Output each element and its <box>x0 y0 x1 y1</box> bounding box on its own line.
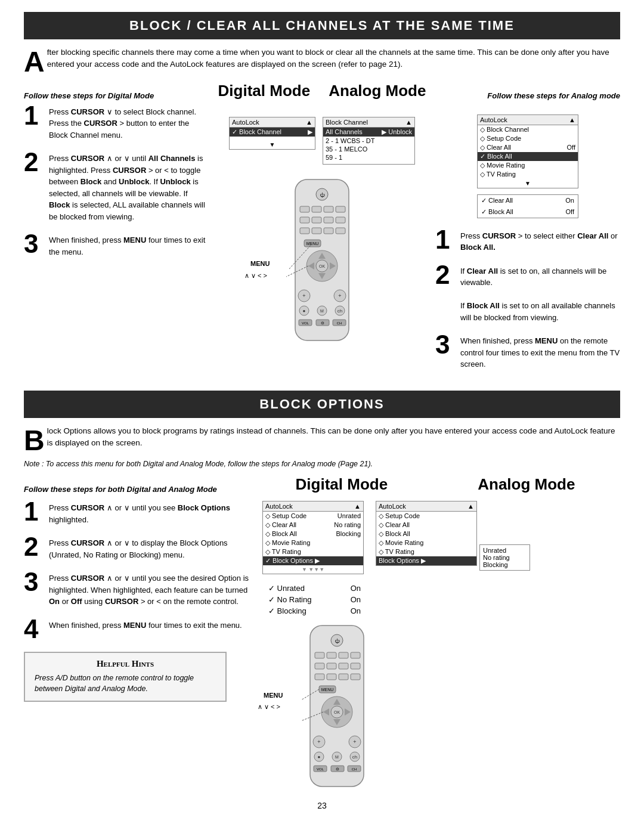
svg-text:ch: ch <box>338 308 342 314</box>
svg-rect-8 <box>312 217 321 223</box>
block-opts-step-2: 2 Press CURSOR ∧ or ∨ to display the Blo… <box>24 534 250 561</box>
digital-steps-col: 1 Press CURSOR ∨ to select Block channel… <box>24 103 209 379</box>
section1-dropcap: A <box>24 48 45 76</box>
svg-rect-13 <box>324 228 333 234</box>
digital-screen-1: AutoLock▲ ✓ Block Channel▶ ▼ <box>229 114 315 167</box>
analog-steps-col: AutoLock▲ ◇ Block Channel ◇ Setup Code ◇… <box>435 103 620 379</box>
analog-popup: Unrated No rating Blocking <box>479 544 530 571</box>
svg-text:OK: OK <box>334 710 340 714</box>
block-opts-step-1: 1 Press CURSOR ∧ or ∨ until you see Bloc… <box>24 498 250 525</box>
svg-rect-51 <box>339 663 348 669</box>
section1-header: BLOCK / CLEAR ALL CHANNELS AT THE SAME T… <box>24 12 620 39</box>
svg-text:⏻: ⏻ <box>320 193 325 198</box>
svg-rect-14 <box>336 228 345 234</box>
svg-text:CH: CH <box>352 767 357 771</box>
digital-screen-2: Block Channel▲ All Channels▶ Unblock 2 -… <box>323 114 415 167</box>
block-opts-step-3: 3 Press CURSOR ∧ or ∨ until you see the … <box>24 569 250 608</box>
svg-text:+: + <box>302 293 305 299</box>
analog-step-2: 2 If Clear All is set to on, all channel… <box>435 262 620 324</box>
analog-step-3: 3 When finished, press MENU on the remot… <box>435 332 620 370</box>
svg-rect-45 <box>315 652 324 658</box>
svg-rect-4 <box>312 206 321 212</box>
svg-text:VOL: VOL <box>302 321 309 325</box>
svg-rect-3 <box>300 206 309 212</box>
arrows-label-2: ∧ ∨ < > <box>258 703 280 711</box>
svg-rect-11 <box>300 228 309 234</box>
svg-rect-10 <box>336 217 345 223</box>
svg-text:VOL: VOL <box>317 767 324 771</box>
digital-mode-title: Digital Mode <box>218 82 311 100</box>
svg-rect-55 <box>339 674 348 680</box>
center-col: AutoLock▲ ✓ Block Channel▶ ▼ Block Chann… <box>209 103 435 379</box>
svg-rect-46 <box>327 652 336 658</box>
svg-text:M: M <box>335 755 339 759</box>
svg-rect-54 <box>327 674 336 680</box>
svg-rect-48 <box>351 652 360 658</box>
block-opts-digital-screen: AutoLock▲ ◇ Setup CodeUnrated ◇ Clear Al… <box>262 498 364 577</box>
digital-mode-label: Follow these steps for Digital Mode <box>24 91 209 100</box>
svg-text:⊖: ⊖ <box>336 767 339 771</box>
block-opts-steps: 1 Press CURSOR ∧ or ∨ until you see Bloc… <box>24 498 250 791</box>
arrows-label: ∧ ∨ < > <box>244 272 267 280</box>
svg-text:MENU: MENU <box>321 688 334 692</box>
block-opts-analog-screen: AutoLock▲ ◇ Setup Code ◇ Clear All ◇ Blo… <box>376 498 477 577</box>
check-rows: ✓ UnratedOn ✓ No RatingOn ✓ BlockingOn <box>268 583 361 617</box>
menu-label: MENU <box>250 260 270 267</box>
digital-step-2: 2 Press CURSOR ∧ or ∨ until All Channels… <box>24 149 209 222</box>
block-opts-step-4: 4 When finished, press MENU four times t… <box>24 616 250 642</box>
section2-note: Note : To access this menu for both Digi… <box>24 460 620 468</box>
svg-rect-52 <box>351 663 360 669</box>
svg-text:M: M <box>320 309 324 313</box>
block-opts-screens: AutoLock▲ ◇ Setup CodeUnrated ◇ Clear Al… <box>262 498 620 791</box>
svg-text:+: + <box>353 739 356 745</box>
svg-rect-47 <box>339 652 348 658</box>
svg-text:ch: ch <box>352 754 357 760</box>
page-number: 23 <box>24 801 620 810</box>
hints-title: Helpful Hints <box>35 659 216 669</box>
section2-digital-title: Digital Mode <box>296 475 388 494</box>
svg-rect-6 <box>336 206 345 212</box>
section2-dropcap: B <box>24 426 45 455</box>
svg-text:CH: CH <box>337 321 342 325</box>
svg-rect-5 <box>324 206 333 212</box>
section2-intro: B lock Options allows you to block progr… <box>24 425 620 450</box>
svg-rect-7 <box>300 217 309 223</box>
remote-diagram-2: ⏻ MENU <box>298 623 376 791</box>
svg-text:+: + <box>317 739 320 745</box>
both-mode-label: Follow these steps for both Digital and … <box>24 485 250 494</box>
helpful-hints-box: Helpful Hints Press A/D button on the re… <box>24 652 227 702</box>
remote-diagram: ⏻ M <box>283 177 361 345</box>
svg-rect-56 <box>351 674 360 680</box>
section2-header: BLOCK OPTIONS <box>24 391 620 418</box>
svg-rect-12 <box>312 228 321 234</box>
section2-analog-title: Analog Mode <box>478 475 575 494</box>
svg-text:●: ● <box>303 308 306 314</box>
digital-step-3: 3 When finished, press MENU four times t… <box>24 231 209 258</box>
svg-text:+: + <box>338 293 341 299</box>
analog-mode-title: Analog Mode <box>329 82 426 100</box>
hints-text: Press A/D button on the remote control t… <box>35 673 216 695</box>
section1-intro: A fter blocking specific channels there … <box>24 47 620 71</box>
digital-step-1: 1 Press CURSOR ∨ to select Block channel… <box>24 103 209 141</box>
svg-text:⊖: ⊖ <box>321 321 324 325</box>
svg-rect-53 <box>315 674 324 680</box>
svg-text:●: ● <box>318 754 321 760</box>
svg-rect-9 <box>324 217 333 223</box>
svg-text:⏻: ⏻ <box>335 639 340 644</box>
svg-rect-49 <box>315 663 324 669</box>
analog-step-1: 1 Press CURSOR > to select either Clear … <box>435 227 620 253</box>
svg-text:OK: OK <box>319 264 325 268</box>
menu-label-2: MENU <box>264 692 283 699</box>
analog-mode-label: Follow these steps for Analog mode <box>435 91 620 100</box>
svg-rect-50 <box>327 663 336 669</box>
